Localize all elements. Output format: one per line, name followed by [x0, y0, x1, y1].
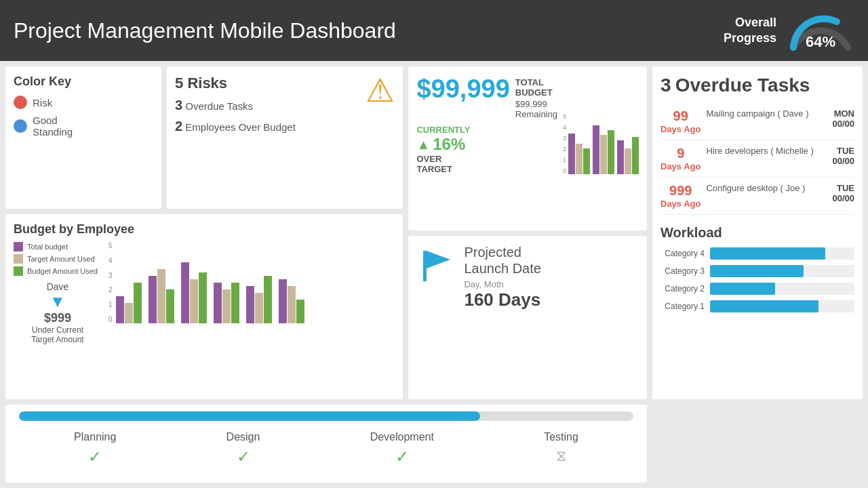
- legend-budget: Budget Amount Used: [14, 266, 102, 276]
- workload-label-4: Category 4: [660, 249, 705, 258]
- bar-p-3: [181, 262, 189, 323]
- overall-progress: OverallProgress 64%: [724, 10, 854, 51]
- budget-total-label: TOTALBUDGET: [515, 77, 557, 98]
- phases-section: Planning ✓ Design ✓ Development ✓ Testin…: [5, 405, 647, 483]
- risks-count: 5: [175, 75, 183, 92]
- workload-fill-3: [710, 265, 804, 277]
- overdue-workload-card: 3 Overdue Tasks 99 Days Ago Mailing camp…: [652, 66, 863, 399]
- legend-box-tan: [14, 254, 23, 264]
- dave-arrow-icon: ▼: [14, 292, 102, 311]
- mini-bar-purple-1: [568, 134, 575, 174]
- bar-p-6: [279, 279, 287, 323]
- phase-planning-name: Planning: [74, 431, 116, 443]
- phases: Planning ✓ Design ✓ Development ✓ Testin…: [19, 431, 633, 466]
- day-label-2: TUE: [832, 146, 854, 156]
- dave-name: Dave: [14, 281, 102, 292]
- over-pct-value: 16%: [433, 135, 465, 154]
- bar-t-4: [222, 289, 231, 323]
- risks-title: 5 Risks: [175, 75, 296, 92]
- days-ago-2: 9 Days Ago: [660, 146, 701, 171]
- workload-fill-2: [710, 283, 775, 295]
- workload-bg-2: [710, 283, 854, 295]
- warning-icon: ⚠: [366, 75, 395, 107]
- color-key-title: Color Key: [14, 75, 153, 89]
- overdue-label: Overdue Tasks: [185, 100, 253, 112]
- risk-item-overdue: 3 Overdue Tasks: [175, 98, 296, 113]
- risks-title-area: 5 Risks 3 Overdue Tasks 2 Employees Over…: [175, 75, 296, 134]
- task-desc-3: Configure desktop ( Joe ): [706, 183, 827, 193]
- phase-testing: Testing ⧖: [544, 431, 578, 466]
- task-row-3: 999 Days Ago Configure desktop ( Joe ) T…: [660, 178, 854, 215]
- legend-box-purple: [14, 242, 23, 251]
- svg-rect-0: [423, 251, 427, 281]
- days-num-2: 9: [660, 146, 701, 161]
- days-num-1: 99: [660, 108, 701, 124]
- bar-t-1: [125, 303, 133, 323]
- phase-testing-name: Testing: [544, 431, 578, 443]
- day-num-2: 00/00: [832, 156, 854, 166]
- workload-bg-3: [710, 265, 854, 277]
- launch-text: ProjectedLaunch Date Day, Moth 160 Days: [464, 244, 540, 310]
- employee-content: Total budget Target Amount Used Budget A…: [14, 242, 395, 344]
- phase-development: Development ✓: [370, 431, 434, 466]
- mini-bar-tan-2: [600, 135, 607, 174]
- risks-label: Risks: [187, 75, 227, 92]
- key-label-risk: Risk: [33, 97, 52, 108]
- overdue-title: 3 Overdue Tasks: [660, 75, 854, 96]
- dave-annotation: Dave ▼ $999 Under CurrentTarget Amount: [14, 281, 102, 344]
- bar-t-5: [255, 293, 263, 323]
- employee-chart: 0 1 2 3 4 5: [108, 242, 395, 344]
- phase-development-name: Development: [370, 431, 434, 443]
- legend-label-budget: Budget Amount Used: [27, 267, 98, 275]
- days-ago-1: 99 Days Ago: [660, 108, 701, 134]
- bar-group-3: [181, 262, 207, 323]
- budget-remaining: $99,999Remaining: [515, 99, 557, 119]
- center-column: $99,999 TOTALBUDGET $99,999Remaining CUR…: [408, 66, 647, 399]
- launch-date: Day, Moth: [464, 279, 540, 289]
- task-day-3: TUE 00/00: [832, 183, 854, 203]
- bar-p-2: [149, 276, 157, 323]
- main-content: Color Key Risk GoodStanding 5 Risks 3 Ov…: [0, 61, 868, 488]
- currently-label: CURRENTLY: [416, 125, 557, 135]
- overdue-tasks-label: Overdue Tasks: [675, 75, 810, 96]
- overdue-count: 3: [175, 98, 182, 113]
- task-row-2: 9 Days Ago Hire developers ( Michelle ) …: [660, 140, 854, 178]
- bar-t-3: [190, 279, 198, 323]
- phase-planning: Planning ✓: [74, 431, 116, 466]
- legend-label-total: Total budget: [27, 243, 68, 251]
- budget-amount: $99,999: [416, 75, 509, 104]
- workload-label-2: Category 2: [660, 284, 705, 293]
- task-day-1: MON 00/00: [832, 108, 854, 129]
- workload-fill-1: [710, 300, 818, 312]
- flag-icon: [416, 247, 454, 293]
- task-desc-1: Mailing campaign ( Dave ): [706, 108, 827, 119]
- day-num-3: 00/00: [832, 193, 854, 203]
- workload-section: Workload Category 4 Category 3 Category …: [660, 225, 854, 312]
- mini-bar-green-3: [632, 137, 639, 174]
- over-pct: ▲ 16%: [416, 135, 557, 154]
- mini-bar-green-1: [583, 148, 590, 174]
- bar-group-2: [149, 269, 174, 323]
- bar-g-2: [166, 289, 174, 323]
- workload-bg-4: [710, 247, 854, 260]
- bar-group-4: [214, 283, 239, 323]
- legend-target: Target Amount Used: [14, 254, 102, 264]
- over-target-label: OVERTARGET: [416, 154, 557, 174]
- phase-bar-fill: [19, 411, 480, 421]
- mini-bar-green-2: [608, 130, 614, 174]
- overdue-num: 3: [660, 75, 671, 96]
- header: Project Management Mobile Dashboard Over…: [0, 0, 868, 61]
- legend-label-target: Target Amount Used: [27, 255, 95, 263]
- page-title: Project Management Mobile Dashboard: [14, 18, 396, 43]
- phase-planning-check: ✓: [74, 447, 116, 466]
- chart-wrapper: 0 1 2 3 4 5: [108, 242, 395, 323]
- day-label-1: MON: [832, 108, 854, 119]
- budget-over-count: 2: [175, 119, 182, 134]
- employee-budget-card: Budget by Employee Total budget Target A…: [5, 214, 403, 399]
- legend-box-green: [14, 266, 23, 276]
- bar-group-1: [116, 283, 142, 323]
- risks-header: 5 Risks 3 Overdue Tasks 2 Employees Over…: [175, 75, 395, 134]
- bar-g-6: [296, 300, 304, 323]
- day-label-3: TUE: [832, 183, 854, 193]
- bar-p-4: [214, 283, 222, 323]
